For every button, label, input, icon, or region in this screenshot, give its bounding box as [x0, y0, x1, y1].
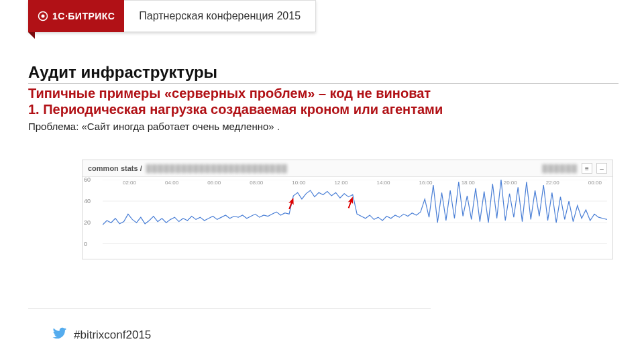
- chart-svg: [103, 180, 607, 244]
- chart-meta-redacted: ██████: [542, 164, 578, 172]
- page-title: Аудит инфраструктуры: [28, 63, 619, 84]
- chart-title: common stats /: [88, 164, 142, 172]
- body-text: Проблема: «Сайт иногда работает очень ме…: [28, 121, 280, 132]
- y-tick: 40: [84, 198, 91, 204]
- header-ribbon: 1С·БИТРИКС Партнерская конференция 2015: [28, 0, 316, 32]
- hashtag: #bitrixconf2015: [74, 328, 151, 342]
- footer-divider: [28, 308, 431, 309]
- y-tick: 0: [84, 241, 87, 247]
- subtitle-line-2: 1. Периодическая нагрузка создаваемая кр…: [28, 102, 443, 117]
- footer: #bitrixconf2015: [52, 326, 151, 344]
- ribbon-title: Партнерская конференция 2015: [124, 0, 316, 32]
- subtitle-line-1: Типичные примеры «серверных проблем» – к…: [28, 86, 431, 101]
- chart-title-redacted: ████████████████████████: [146, 164, 288, 172]
- y-tick: 20: [84, 219, 91, 226]
- chart-menu-icon[interactable]: ≡: [582, 163, 592, 174]
- chart-plot: 0204060 02:0004:0006:0008:0010:0012:0014…: [83, 177, 612, 259]
- brand-text: 1С·БИТРИКС: [52, 11, 115, 21]
- chart-close-icon[interactable]: –: [596, 163, 607, 174]
- ribbon-tail: [28, 32, 35, 39]
- brand-badge: 1С·БИТРИКС: [28, 0, 124, 32]
- chart-header: common stats / ████████████████████████ …: [83, 160, 612, 177]
- y-tick: 60: [84, 176, 91, 183]
- chart-panel: common stats / ████████████████████████ …: [82, 160, 613, 259]
- twitter-icon: [52, 326, 67, 344]
- svg-point-1: [42, 15, 45, 18]
- brand-logo-icon: [38, 11, 48, 21]
